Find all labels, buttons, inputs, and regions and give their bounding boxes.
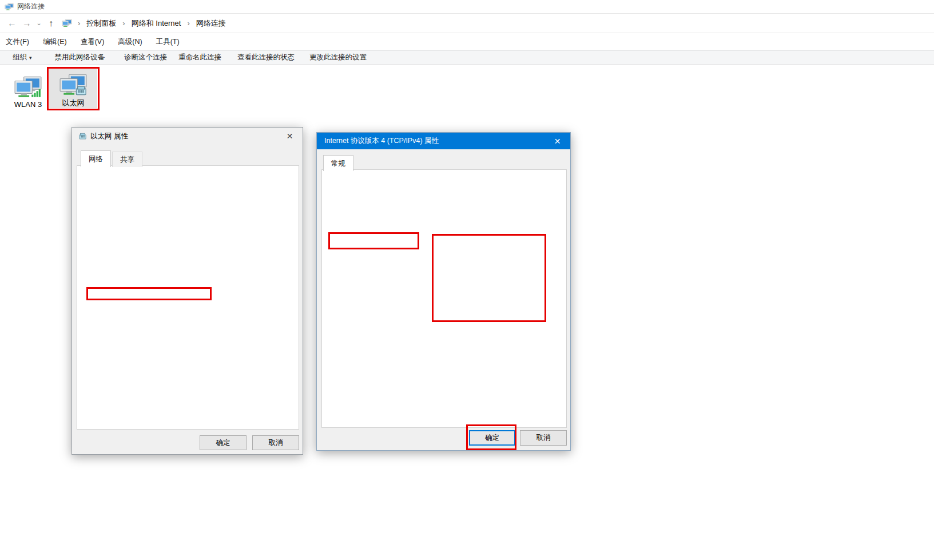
view-status-button[interactable]: 查看此连接的状态 (237, 53, 295, 62)
navigation-bar: ← → ⌄ ↑ › 控制面板 › 网络和 Internet › 网络连接 (0, 13, 934, 33)
adapter-label: 以太网 (62, 98, 85, 108)
ok-button[interactable]: 确定 (200, 435, 247, 450)
ipv4-properties-dialog: Internet 协议版本 4 (TCP/IPv4) 属性 ✕ 常规 如果网络支… (316, 132, 571, 451)
tab-network[interactable]: 网络 (81, 150, 111, 167)
tab-strip: 网络 共享 (81, 152, 144, 167)
adapter-wlan3[interactable]: WLAN 3 (8, 70, 48, 109)
menu-bar: 文件(F) 编辑(E) 查看(V) 高级(N) 工具(T) (0, 34, 934, 50)
wlan-adapter-icon (14, 76, 42, 99)
location-icon (62, 19, 72, 27)
up-icon[interactable]: ↑ (43, 18, 58, 29)
command-toolbar: 组织▾ 禁用此网络设备 诊断这个连接 重命名此连接 查看此连接的状态 更改此连接… (0, 50, 934, 65)
menu-edit[interactable]: 编辑(E) (43, 37, 67, 47)
window-titlebar: 网络连接 (0, 0, 934, 13)
menu-view[interactable]: 查看(V) (81, 37, 105, 47)
organize-button[interactable]: 组织▾ (13, 53, 32, 62)
breadcrumb: › 控制面板 › 网络和 Internet › 网络连接 (78, 17, 228, 30)
tab-page (321, 169, 567, 428)
dropdown-arrow-icon: ▾ (29, 55, 32, 61)
adapter-ethernet[interactable]: 以太网 (49, 69, 97, 108)
close-icon[interactable]: ✕ (277, 128, 303, 145)
window-title: 网络连接 (17, 2, 45, 11)
diagnose-button[interactable]: 诊断这个连接 (124, 53, 167, 62)
ok-button[interactable]: 确定 (469, 430, 515, 446)
breadcrumb-network-connections[interactable]: 网络连接 (194, 17, 228, 30)
breadcrumb-network-internet[interactable]: 网络和 Internet (130, 17, 183, 30)
app-icon (5, 3, 14, 11)
forward-icon[interactable]: → (19, 18, 34, 29)
breadcrumb-separator-icon: › (78, 19, 80, 27)
ethernet-properties-dialog: 以太网 属性 ✕ 网络 共享 连接时使用: Realtek PCIe GbE F… (71, 127, 303, 455)
ethernet-adapter-icon (59, 74, 88, 97)
close-icon[interactable]: ✕ (544, 133, 570, 149)
tab-general[interactable]: 常规 (323, 155, 353, 171)
tab-sharing[interactable]: 共享 (112, 152, 142, 167)
breadcrumb-separator-icon: › (187, 19, 189, 27)
cancel-button[interactable]: 取消 (252, 435, 299, 450)
change-settings-button[interactable]: 更改此连接的设置 (309, 53, 367, 62)
dialog-titlebar: Internet 协议版本 4 (TCP/IPv4) 属性 (317, 133, 570, 149)
tab-strip: 常规 (323, 156, 355, 171)
cancel-button[interactable]: 取消 (520, 430, 567, 446)
menu-file[interactable]: 文件(F) (6, 37, 29, 47)
ethernet-port-icon (79, 132, 86, 141)
menu-tools[interactable]: 工具(T) (156, 37, 180, 47)
breadcrumb-separator-icon: › (122, 19, 125, 27)
rename-button[interactable]: 重命名此连接 (178, 53, 221, 62)
history-chevron-icon[interactable]: ⌄ (34, 19, 43, 27)
network-connections-window: 网络连接 ← → ⌄ ↑ › 控制面板 › 网络和 Internet › 网络连… (0, 0, 934, 560)
breadcrumb-control-panel[interactable]: 控制面板 (85, 17, 118, 30)
adapter-label: WLAN 3 (14, 100, 42, 109)
dialog-title: 以太网 属性 (90, 132, 128, 141)
tab-page (77, 165, 299, 430)
dialog-title: Internet 协议版本 4 (TCP/IPv4) 属性 (324, 136, 439, 146)
dialog-titlebar: 以太网 属性 (72, 128, 303, 145)
back-icon[interactable]: ← (5, 18, 19, 29)
disable-device-button[interactable]: 禁用此网络设备 (55, 53, 105, 62)
menu-advanced[interactable]: 高级(N) (118, 37, 142, 47)
